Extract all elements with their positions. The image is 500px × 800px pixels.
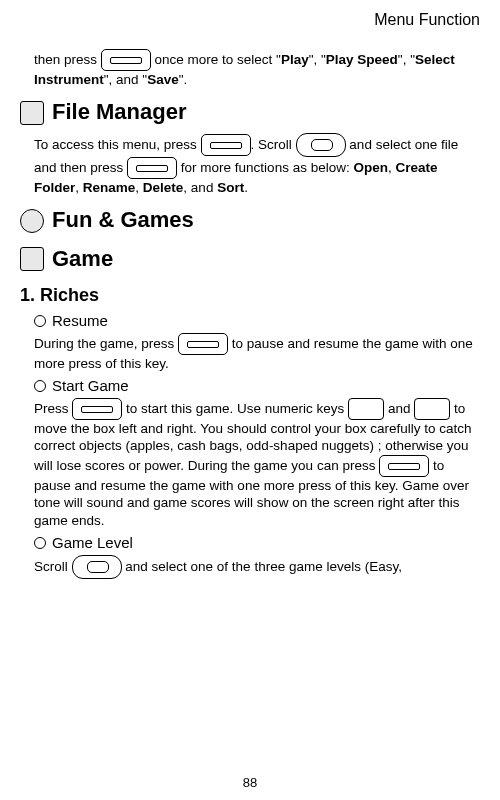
game-icon (20, 247, 44, 271)
soft-key-icon (201, 134, 251, 156)
bold: Sort (217, 180, 244, 195)
riches-heading: 1. Riches (20, 284, 480, 307)
text: During the game, press (34, 335, 178, 350)
folder-icon (20, 101, 44, 125)
soft-key-icon (127, 157, 177, 179)
text: and (388, 400, 414, 415)
bold: Rename (83, 180, 136, 195)
text: ", and " (104, 72, 147, 87)
text: , and (183, 180, 217, 195)
numeric-key-icon (348, 398, 384, 420)
game-level-paragraph: Scroll and select one of the three game … (34, 555, 480, 579)
bold: Play Speed (326, 51, 398, 66)
text: to start this game. Use numeric keys (126, 400, 348, 415)
start-game-paragraph: Press to start this game. Use numeric ke… (34, 398, 480, 530)
fun-games-heading: Fun & Games (20, 206, 480, 235)
soft-key-icon (101, 49, 151, 71)
text: once more to select " (155, 51, 281, 66)
bold: Save (147, 72, 179, 87)
heading-text: Game Level (52, 533, 133, 553)
resume-paragraph: During the game, press to pause and resu… (34, 333, 480, 373)
heading-text: Fun & Games (52, 206, 194, 235)
file-manager-heading: File Manager (20, 98, 480, 127)
text: . Scroll (251, 137, 296, 152)
circle-icon (20, 209, 44, 233)
bold: Open (353, 160, 388, 175)
bold: Play (281, 51, 309, 66)
bullet-icon (34, 380, 46, 392)
game-level-heading: Game Level (34, 533, 480, 553)
text: Scroll (34, 558, 72, 573)
file-manager-paragraph: To access this menu, press . Scroll and … (34, 133, 480, 197)
heading-text: Resume (52, 311, 108, 331)
soft-key-icon (379, 455, 429, 477)
text: , (135, 180, 143, 195)
bullet-icon (34, 537, 46, 549)
page-header: Menu Function (20, 10, 480, 31)
soft-key-icon (72, 398, 122, 420)
text: Press (34, 400, 72, 415)
game-heading: Game (20, 245, 480, 274)
heading-text: File Manager (52, 98, 186, 127)
top-paragraph: then press once more to select "Play", "… (34, 49, 480, 89)
resume-heading: Resume (34, 311, 480, 331)
text: ", " (309, 51, 326, 66)
soft-key-icon (178, 333, 228, 355)
numeric-key-icon (414, 398, 450, 420)
text: then press (34, 51, 101, 66)
text: ". (179, 72, 188, 87)
text: and select one of the three game levels … (125, 558, 402, 573)
bold: Delete (143, 180, 184, 195)
page-number: 88 (0, 775, 500, 792)
text: for more functions as below: (181, 160, 354, 175)
heading-text: Game (52, 245, 113, 274)
text: . (244, 180, 248, 195)
start-game-heading: Start Game (34, 376, 480, 396)
bullet-icon (34, 315, 46, 327)
nav-key-icon (72, 555, 122, 579)
text: To access this menu, press (34, 137, 201, 152)
nav-key-icon (296, 133, 346, 157)
text: ", " (398, 51, 415, 66)
heading-text: Start Game (52, 376, 129, 396)
text: , (75, 180, 83, 195)
